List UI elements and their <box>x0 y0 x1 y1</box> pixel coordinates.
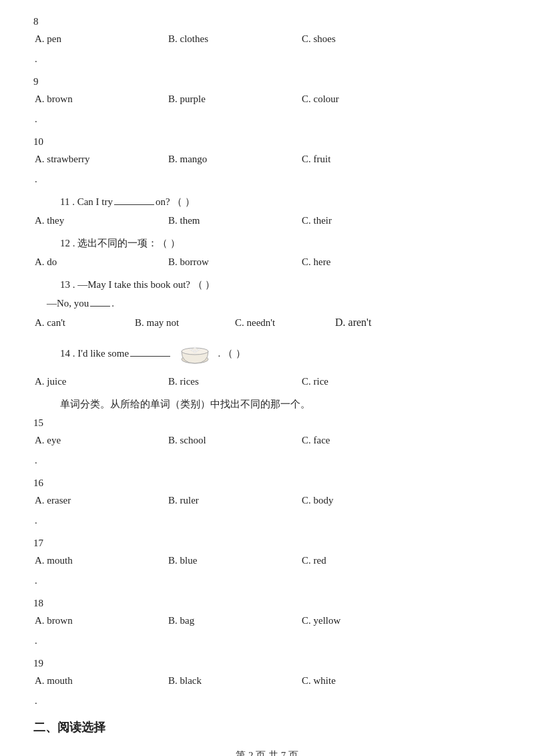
question-15: 15 A. eye B. school C. face . <box>33 415 501 468</box>
q11-optB: B. them <box>168 212 302 228</box>
q16-options: A. eraser B. ruler C. body <box>33 492 501 508</box>
q9-dot: . <box>33 111 501 127</box>
q18-options: A. brown B. bag C. yellow <box>33 612 501 628</box>
q9-options: A. brown B. purple C. colour <box>33 91 501 107</box>
q17-options: A. mouth B. blue C. red <box>33 552 501 568</box>
q16-optB: B. ruler <box>168 492 302 508</box>
q12-options: A. do B. borrow C. here <box>33 254 501 270</box>
q16-num: 16 <box>33 475 48 491</box>
q17-dot: . <box>33 572 501 588</box>
q10-optC: C. fruit <box>302 151 435 167</box>
q12-text: 12 . 选出不同的一项：（ ） <box>60 235 501 251</box>
q18-optB: B. bag <box>168 612 302 628</box>
q11-after: on? （ ） <box>156 196 195 207</box>
question-19: 19 A. mouth B. black C. white . <box>33 655 501 709</box>
q13-blank <box>90 306 110 307</box>
q9-optA: A. brown <box>35 91 168 107</box>
svg-point-3 <box>194 347 196 349</box>
q18-num: 18 <box>33 595 48 611</box>
q15-dot: . <box>33 452 501 468</box>
q13-options: A. can't B. may not C. needn't D. aren't <box>33 314 501 331</box>
q14-optB: B. rices <box>168 373 302 389</box>
q14-prompt: 14 . I'd like some <box>60 348 129 359</box>
q15-optB: B. school <box>168 432 302 448</box>
question-16: 16 A. eraser B. ruler C. body . <box>33 475 501 528</box>
question-14: 14 . I'd like some . （ ） A. <box>33 338 501 389</box>
q10-optA: A. strawberry <box>35 151 168 167</box>
q15-options: A. eye B. school C. face <box>33 432 501 448</box>
q17-optB: B. blue <box>168 552 302 568</box>
q8-optB: B. clothes <box>168 31 302 47</box>
bowl-icon <box>178 338 212 371</box>
q11-optA: A. they <box>35 212 168 228</box>
q13-line1: 13 . —May I take this book out? （ ） <box>60 276 501 293</box>
q11-options: A. they B. them C. their <box>33 212 501 228</box>
q9-num: 9 <box>33 73 48 89</box>
q16-optC: C. body <box>302 492 435 508</box>
q16-dot: . <box>33 512 501 528</box>
q14-optA: A. juice <box>35 373 168 389</box>
q11-blank <box>114 204 154 205</box>
q10-num: 10 <box>33 134 48 150</box>
q17-num: 17 <box>33 535 48 551</box>
q12-optA: A. do <box>35 254 168 270</box>
question-9: 9 A. brown B. purple C. colour . <box>33 73 501 127</box>
question-17: 17 A. mouth B. blue C. red . <box>33 535 501 588</box>
svg-point-4 <box>198 349 200 350</box>
q14-options: A. juice B. rices C. rice <box>33 373 501 389</box>
q10-dot: . <box>33 171 501 187</box>
q19-optA: A. mouth <box>35 673 168 689</box>
question-13: 13 . —May I take this book out? （ ） —No,… <box>33 276 501 331</box>
q17-optA: A. mouth <box>35 552 168 568</box>
q10-optB: B. mango <box>168 151 302 167</box>
q13-line2: —No, you. <box>47 295 501 311</box>
q9-optB: B. purple <box>168 91 302 107</box>
q14-optC: C. rice <box>302 373 435 389</box>
q10-options: A. strawberry B. mango C. fruit <box>33 151 501 167</box>
q11-prompt: 11 . Can I try <box>60 196 113 207</box>
vocab-section-title: 单词分类。从所给的单词（类别）中找出不同的那一个。 <box>60 396 501 412</box>
question-18: 18 A. brown B. bag C. yellow . <box>33 595 501 648</box>
q18-optA: A. brown <box>35 612 168 628</box>
question-10: 10 A. strawberry B. mango C. fruit . <box>33 134 501 187</box>
q19-optB: B. black <box>168 673 302 689</box>
q8-options: A. pen B. clothes C. shoes <box>33 31 501 47</box>
q8-dot: . <box>33 51 501 67</box>
q19-optC: C. white <box>302 673 435 689</box>
q14-text: 14 . I'd like some . （ ） <box>60 338 501 371</box>
q12-optC: C. here <box>302 254 435 270</box>
question-12: 12 . 选出不同的一项：（ ） A. do B. borrow C. here <box>33 235 501 270</box>
section2-title: 二、阅读选择 <box>33 718 501 737</box>
q11-text: 11 . Can I tryon? （ ） <box>60 194 501 210</box>
q13-period: . <box>111 298 114 309</box>
q19-dot: . <box>33 693 501 709</box>
q11-optC: C. their <box>302 212 435 228</box>
question-11: 11 . Can I tryon? （ ） A. they B. them C.… <box>33 194 501 228</box>
q17-optC: C. red <box>302 552 435 568</box>
q13-answer-prompt: —No, you <box>47 298 89 309</box>
q16-optA: A. eraser <box>35 492 168 508</box>
q18-dot: . <box>33 632 501 648</box>
page-footer: 第 2 页 共 7 页 <box>33 747 501 756</box>
q12-optB: B. borrow <box>168 254 302 270</box>
svg-point-6 <box>196 350 198 351</box>
q13-optA: A. can't <box>35 315 135 331</box>
q9-optC: C. colour <box>302 91 435 107</box>
q19-options: A. mouth B. black C. white <box>33 673 501 689</box>
svg-point-7 <box>194 351 196 353</box>
q13-optD: D. aren't <box>335 314 415 331</box>
q15-optC: C. face <box>302 432 435 448</box>
q8-optC: C. shoes <box>302 31 435 47</box>
q18-optC: C. yellow <box>302 612 435 628</box>
q13-optB: B. may not <box>135 315 235 331</box>
q8-num: 8 <box>33 13 48 29</box>
question-8: 8 A. pen B. clothes C. shoes . <box>33 13 501 67</box>
svg-point-2 <box>190 349 192 350</box>
q14-blank <box>130 356 170 357</box>
q8-optA: A. pen <box>35 31 168 47</box>
q19-num: 19 <box>33 655 48 671</box>
svg-point-5 <box>192 350 194 351</box>
q15-optA: A. eye <box>35 432 168 448</box>
q15-num: 15 <box>33 415 48 431</box>
q14-after: . （ ） <box>218 348 246 359</box>
